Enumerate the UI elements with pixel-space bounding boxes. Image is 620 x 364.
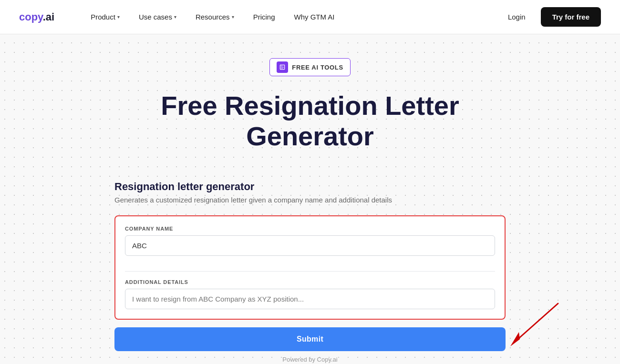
submit-area: Submit Powered by Copy.ai [114, 327, 506, 363]
powered-by: Powered by Copy.ai [114, 356, 506, 363]
chevron-down-icon: ▾ [232, 14, 234, 20]
page-title: Free Resignation Letter Generator [114, 91, 506, 152]
main-content: FREE AI TOOLS Free Resignation Letter Ge… [0, 34, 620, 364]
nav-links: Product ▾ Use cases ▾ Resources ▾ Pricin… [83, 9, 500, 25]
svg-marker-1 [510, 332, 520, 346]
form-section-desc: Generates a customized resignation lette… [114, 196, 506, 204]
nav-pricing-label: Pricing [253, 13, 275, 21]
nav-whygtm-label: Why GTM AI [294, 13, 334, 21]
navbar: copy.ai Product ▾ Use cases ▾ Resources … [0, 0, 620, 34]
submit-button[interactable]: Submit [114, 327, 506, 351]
badge-text: FREE AI TOOLS [292, 64, 343, 71]
additional-details-label: ADDITIONAL DETAILS [125, 279, 495, 285]
svg-line-0 [515, 303, 558, 342]
login-button[interactable]: Login [500, 9, 533, 25]
badge-icon [277, 61, 288, 73]
nav-item-resources[interactable]: Resources ▾ [188, 9, 242, 25]
chevron-down-icon: ▾ [174, 14, 176, 20]
company-name-label: COMPANY NAME [125, 226, 495, 232]
try-for-free-button[interactable]: Try for free [541, 7, 601, 27]
input-group-box: COMPANY NAME ADDITIONAL DETAILS [114, 215, 506, 320]
company-name-input[interactable] [125, 235, 495, 256]
nav-item-usecases[interactable]: Use cases ▾ [131, 9, 184, 25]
nav-resources-label: Resources [196, 13, 230, 21]
free-tools-badge: FREE AI TOOLS [269, 58, 350, 76]
logo[interactable]: copy.ai [19, 11, 54, 23]
nav-product-label: Product [91, 13, 115, 21]
nav-usecases-label: Use cases [139, 13, 172, 21]
form-section-title: Resignation letter generator [114, 181, 506, 193]
nav-item-whygtm[interactable]: Why GTM AI [286, 9, 342, 25]
chevron-down-icon: ▾ [117, 14, 120, 20]
nav-item-product[interactable]: Product ▾ [83, 9, 127, 25]
additional-details-input[interactable] [125, 289, 495, 309]
field-separator [125, 271, 495, 272]
nav-right: Login Try for free [500, 7, 601, 27]
form-card: Resignation letter generator Generates a… [114, 181, 506, 363]
nav-item-pricing[interactable]: Pricing [246, 9, 283, 25]
